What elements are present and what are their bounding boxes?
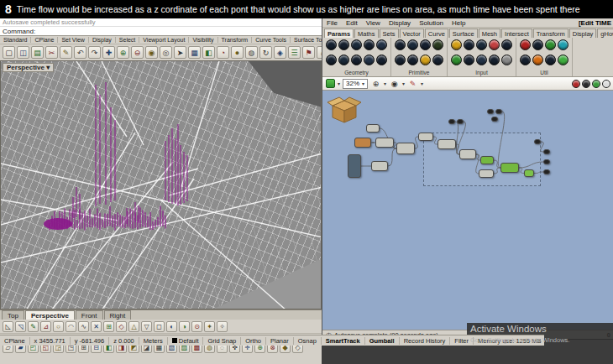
toolbar-icon-rh-icons-a-9[interactable]: ◇ <box>116 321 127 332</box>
save-dropdown-icon[interactable]: ▾ <box>338 81 340 86</box>
component-icon[interactable] <box>326 39 337 50</box>
gh-node-13[interactable] <box>500 163 519 173</box>
toolbar-icon-rh-icons-top-3[interactable]: ✂ <box>45 46 58 59</box>
zoom-level-select[interactable]: 32% ▾ <box>343 79 368 89</box>
status-toggle-smarttrack[interactable]: SmartTrack <box>322 337 365 345</box>
menu-solution[interactable]: Solution <box>415 19 448 27</box>
status-toggle-ortho[interactable]: Ortho <box>241 337 266 345</box>
component-icon[interactable] <box>338 39 349 50</box>
component-icon[interactable] <box>558 55 568 65</box>
toolbar-icon-rh-icons-a-11[interactable]: ▽ <box>141 321 152 332</box>
component-icon[interactable] <box>489 39 500 50</box>
preview-dropdown-icon[interactable]: ▾ <box>402 81 405 86</box>
gh-tab-surface[interactable]: Surface <box>449 29 478 38</box>
component-icon[interactable] <box>489 55 500 65</box>
gh-node-7[interactable] <box>437 139 456 149</box>
toolbar-icon-rh-icons-a-6[interactable]: ∿ <box>78 321 89 332</box>
status-toggle-osnap[interactable]: Osnap <box>294 337 322 345</box>
status-coord-x[interactable]: x 3455.771 <box>30 337 71 345</box>
toolbar-tab-select[interactable]: Select <box>116 37 139 43</box>
toolbar-icon-rh-icons-top-9[interactable]: ⊖ <box>131 46 144 59</box>
status-cplane[interactable]: CPlane <box>0 337 30 345</box>
save-file-icon[interactable] <box>326 79 335 88</box>
gh-node-20[interactable] <box>495 109 502 114</box>
component-icon[interactable] <box>376 55 387 65</box>
toolbar-icon-rh-icons-a-15[interactable]: ⊙ <box>191 321 202 332</box>
viewport-tab-right[interactable]: Right <box>104 310 132 320</box>
status-coord-z[interactable]: z 0.000 <box>109 337 139 345</box>
toolbar-icon-rh-icons-top-14[interactable]: ◧ <box>202 46 215 59</box>
component-icon[interactable] <box>364 55 375 65</box>
gh-node-15[interactable] <box>534 139 541 144</box>
toolbar-icon-rh-icons-top-5[interactable]: ↶ <box>74 46 86 59</box>
gh-tab-params[interactable]: Params <box>324 29 354 38</box>
toolbar-icon-rh-icons-a-12[interactable]: ◻ <box>154 321 165 332</box>
toolbar-icon-rh-icons-top-13[interactable]: ▦ <box>188 46 201 59</box>
toolbar-tab-display[interactable]: Display <box>89 37 116 43</box>
component-icon[interactable] <box>476 39 487 50</box>
component-icon[interactable] <box>520 39 531 50</box>
viewport-tab-perspective[interactable]: Perspective <box>25 310 75 320</box>
menu-edit[interactable]: Edit <box>342 19 362 27</box>
component-icon[interactable] <box>532 39 543 50</box>
toolbar-icon-rh-icons-top-12[interactable]: ➤ <box>174 46 186 59</box>
gh-node-3[interactable] <box>348 154 361 178</box>
status-toggle-filter[interactable]: Filter <box>450 337 474 345</box>
status-layer[interactable]: Default <box>168 337 204 345</box>
toolbar-icon-rh-icons-top-7[interactable]: ✚ <box>102 46 115 59</box>
component-icon[interactable] <box>432 55 443 65</box>
toolbar-icon-rh-icons-a-4[interactable]: ○ <box>53 321 64 332</box>
gh-tab-sets[interactable]: Sets <box>380 29 399 38</box>
component-icon[interactable] <box>545 39 556 50</box>
toolbar-tab-cplane[interactable]: CPlane <box>31 37 58 43</box>
menu-file[interactable]: File <box>322 19 342 27</box>
display-mode-icon-0[interactable] <box>572 80 580 88</box>
toolbar-icon-rh-icons-top-18[interactable]: ↻ <box>259 46 272 59</box>
gh-node-19[interactable] <box>487 109 494 114</box>
gh-node-9[interactable] <box>457 119 464 124</box>
component-icon[interactable] <box>501 55 512 65</box>
component-icon[interactable] <box>501 39 512 50</box>
component-icon[interactable] <box>395 39 406 50</box>
toolbar-icon-rh-icons-a-8[interactable]: ⊞ <box>103 321 114 332</box>
component-icon[interactable] <box>520 55 531 65</box>
component-icon[interactable] <box>338 55 349 65</box>
gh-node-2[interactable] <box>375 138 394 148</box>
component-icon[interactable] <box>351 39 362 50</box>
toolbar-icon-rh-icons-a-5[interactable]: ◠ <box>65 321 76 332</box>
component-icon[interactable] <box>326 55 337 65</box>
toolbar-icon-rh-icons-top-19[interactable]: ◈ <box>274 46 286 59</box>
gh-node-14[interactable] <box>524 169 534 177</box>
toolbar-icon-rh-icons-top-1[interactable]: ◫ <box>17 46 29 59</box>
viewport-label[interactable]: Perspective ▾ <box>3 63 54 72</box>
gh-node-12[interactable] <box>479 169 494 178</box>
toolbar-icon-rh-icons-top-21[interactable]: ⚑ <box>302 46 315 59</box>
sketch-dropdown-icon[interactable]: ▾ <box>421 81 423 86</box>
gh-node-1[interactable] <box>354 138 371 148</box>
component-icon[interactable] <box>545 55 556 65</box>
toolbar-icon-rh-icons-a-3[interactable]: ⊿ <box>40 321 51 332</box>
display-mode-icon-1[interactable] <box>582 80 590 88</box>
open-file-box-icon[interactable] <box>327 96 361 126</box>
gh-node-6[interactable] <box>418 133 433 141</box>
toolbar-icon-rh-icons-a-0[interactable]: ◺ <box>3 321 13 332</box>
component-icon[interactable] <box>432 39 443 50</box>
gh-node-8[interactable] <box>448 119 455 124</box>
sketch-pen-icon[interactable]: ✎ <box>407 78 418 89</box>
toolbar-tab-surface-tools[interactable]: Surface Tools <box>291 37 322 43</box>
component-icon[interactable] <box>395 55 406 65</box>
gh-node-18[interactable] <box>543 169 550 174</box>
toolbar-tab-visibility[interactable]: Visibility <box>189 37 217 43</box>
toolbar-icon-rh-icons-a-17[interactable]: ✧ <box>217 321 228 332</box>
toolbar-icon-rh-icons-top-6[interactable]: ↷ <box>88 46 101 59</box>
gh-node-11[interactable] <box>480 156 494 164</box>
toolbar-tab-standard[interactable]: Standard <box>0 37 31 43</box>
gh-node-4[interactable] <box>371 161 388 171</box>
gh-node-16[interactable] <box>543 149 550 154</box>
toolbar-icon-rh-icons-a-2[interactable]: ✎ <box>28 321 39 332</box>
toolbar-icon-rh-icons-a-10[interactable]: △ <box>128 321 139 332</box>
component-icon[interactable] <box>420 55 431 65</box>
toolbar-icon-rh-icons-top-17[interactable]: ◍ <box>245 46 258 59</box>
component-icon[interactable] <box>532 55 543 65</box>
component-icon[interactable] <box>407 55 418 65</box>
